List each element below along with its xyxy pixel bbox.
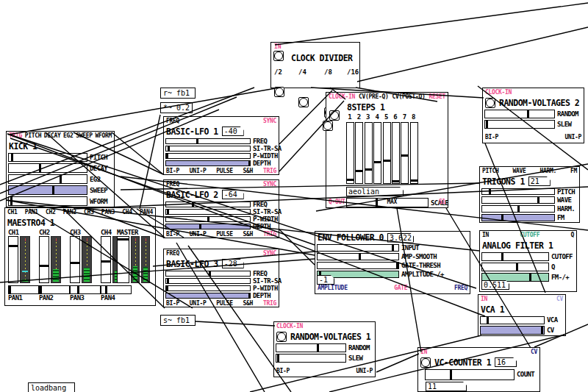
8steps-1-step-slider-7[interactable]	[401, 122, 409, 184]
random-voltages-2-slider-knob[interactable]	[486, 121, 488, 128]
maestro4-1-pan-slider-3[interactable]	[70, 285, 101, 294]
8steps-1-step-knob[interactable]	[374, 161, 381, 163]
random-voltages-2-slider-random[interactable]	[484, 110, 555, 118]
basic-lfo-3-slider-knob[interactable]	[248, 293, 251, 298]
vc-counter-1-count-max-box[interactable]: 16	[495, 357, 517, 367]
vca-1-slider-cv[interactable]	[480, 326, 545, 335]
maestro4-1-fader-knob[interactable]	[118, 238, 129, 240]
analog-filter-1-slider-cutoff[interactable]	[481, 252, 549, 261]
kick-1-slider-knob[interactable]	[39, 164, 41, 172]
basic-lfo-3-slider-si-tr-sa[interactable]	[165, 278, 251, 284]
8steps-1-step-slider-4[interactable]	[373, 122, 381, 184]
basic-lfo-1-slider-knob[interactable]	[166, 154, 168, 158]
env-follower-0-slider-input[interactable]	[317, 244, 399, 252]
env-follower-0-number-box[interactable]: 3.622	[387, 233, 414, 243]
maestro4-1-pan-knob[interactable]	[105, 286, 107, 293]
maestro4-1-pan-slider-1[interactable]	[8, 285, 39, 294]
maestro4-1-fader-knob[interactable]	[71, 262, 79, 264]
trigons-1-slider-wave[interactable]	[481, 196, 555, 204]
8steps-1[interactable]: CLOCK-INCV(PRE-Q)CV(POST-Q)RESET8STEPS 1…	[326, 92, 448, 208]
trigons-1-slider-fm[interactable]	[481, 214, 555, 221]
maestro4-1-fader-ch2[interactable]	[39, 236, 49, 283]
8steps-1-step-knob[interactable]	[401, 154, 408, 157]
analog-filter-1-slider-knob[interactable]	[529, 274, 531, 281]
analog-filter-1-slider-fm-[interactable]	[481, 273, 549, 282]
env-follower-0-slider-amp-smooth[interactable]	[317, 253, 399, 260]
trigons-1-slider-knob[interactable]	[501, 215, 503, 221]
basic-lfo-1-slider-knob[interactable]	[168, 146, 170, 151]
basic-lfo-3-slider-knob[interactable]	[209, 271, 211, 276]
8steps-1-clock-bang-button[interactable]	[329, 110, 340, 121]
analog-filter-1-slider-knob[interactable]	[501, 253, 503, 260]
maestro4-1-pan-knob[interactable]	[77, 286, 79, 293]
random-voltages-2-bang-button[interactable]	[485, 98, 495, 108]
basic-lfo-2-slider-knob[interactable]	[199, 224, 201, 229]
basic-lfo-1-slider-knob[interactable]	[196, 139, 198, 143]
kick-1-slider-knob[interactable]	[11, 154, 13, 162]
basic-lfo-2-slider-depth[interactable]	[165, 224, 251, 229]
obj-loadbang[interactable]: loadbang	[28, 382, 75, 392]
random-voltages-2[interactable]: CLOCK-INRANDOM-VOLTAGES 2RANDOMSLEWBI-PU…	[482, 88, 584, 143]
basic-lfo-1-slider-si-tr-sa[interactable]	[165, 146, 251, 152]
vc-counter-1-count-slider[interactable]	[425, 369, 514, 380]
basic-lfo-3-slider-knob[interactable]	[166, 286, 168, 291]
trigons-1-slider-knob[interactable]	[537, 197, 539, 203]
env-follower-0-slider-knob[interactable]	[392, 245, 394, 251]
obj-multiply-0.2[interactable]: *~ 0.2	[160, 102, 193, 113]
maestro4-1-fader-knob[interactable]	[40, 265, 49, 267]
maestro4-1-fader-knob[interactable]	[101, 260, 110, 263]
maestro4-1[interactable]: CH1PAN1CH2PAN2CH3PAN3CH4PAN4MAESTRO4 1CH…	[4, 207, 156, 306]
maestro4-1-fader-ch4[interactable]	[101, 236, 111, 283]
basic-lfo-2[interactable]: FREQSYNCBASIC-LFO 2-64FREQSI-TR-SAP-WIDT…	[163, 179, 279, 238]
8steps-1-step-knob[interactable]	[392, 180, 399, 182]
random-voltages-1-slider-knob[interactable]	[317, 344, 319, 352]
8steps-1-step-slider-1[interactable]	[346, 122, 354, 184]
maestro4-1-fader-ch1[interactable]	[8, 236, 18, 283]
8steps-1-step-knob[interactable]	[411, 179, 417, 182]
clock-divider[interactable]: INCLOCK DIVIDER/2/4/8/16	[270, 42, 360, 88]
8steps-1-step-slider-5[interactable]	[383, 122, 391, 184]
random-voltages-2-slider-slew[interactable]	[484, 120, 555, 129]
basic-lfo-3-slider-p-width[interactable]	[165, 285, 251, 291]
8steps-1-reset-bang-button[interactable]	[323, 121, 333, 131]
vca-1-slider-vca[interactable]	[480, 316, 545, 325]
vc-counter-1-count-value-box[interactable]: 11	[426, 382, 467, 391]
vca-1-slider-knob[interactable]	[541, 327, 543, 334]
maestro4-1-pan-knob[interactable]	[9, 286, 11, 293]
kick-1-slider-wform[interactable]	[8, 196, 87, 206]
maestro4-1-fader-master[interactable]	[117, 236, 129, 283]
basic-lfo-2-number-box[interactable]: -64	[222, 190, 244, 199]
analog-filter-1-value-box[interactable]: 0.511	[481, 280, 509, 290]
basic-lfo-2-slider-knob[interactable]	[167, 210, 169, 214]
maestro4-1-pan-slider-4[interactable]	[101, 285, 132, 294]
basic-lfo-2-slider-freq[interactable]	[165, 202, 251, 207]
vca-1-slider-knob[interactable]	[487, 317, 489, 324]
trigons-1-slider-knob[interactable]	[489, 189, 491, 195]
basic-lfo-1[interactable]: FREQSYNCBASIC-LFO 1-40FREQSI-TR-SAP-WIDT…	[163, 116, 279, 175]
analog-filter-1-slider-q[interactable]	[481, 263, 549, 271]
clock-divider-division-bang-4[interactable]	[298, 97, 309, 107]
8steps-1-step-slider-3[interactable]	[365, 122, 373, 184]
basic-lfo-3-slider-knob[interactable]	[167, 279, 169, 283]
maestro4-1-pan-slider-2[interactable]	[39, 285, 70, 294]
trigons-1-number-box[interactable]: 21	[528, 177, 551, 186]
basic-lfo-1-slider-knob[interactable]	[248, 161, 251, 165]
8steps-1-step-knob[interactable]	[347, 179, 354, 181]
8steps-1-step-slider-8[interactable]	[410, 122, 418, 184]
basic-lfo-3-slider-depth[interactable]	[165, 293, 251, 299]
basic-lfo-1-slider-depth[interactable]	[165, 160, 251, 166]
obj-receive-fb1[interactable]: r~ fb1	[160, 88, 196, 99]
vca-1[interactable]: INCVVCA 1VCACV	[478, 294, 566, 336]
basic-lfo-2-slider-si-tr-sa[interactable]	[165, 209, 251, 215]
basic-lfo-2-slider-knob[interactable]	[207, 217, 209, 221]
basic-lfo-2-slider-p-width[interactable]	[165, 216, 251, 222]
maestro4-1-fader-ch3[interactable]	[70, 236, 80, 283]
random-voltages-1[interactable]: CLOCK-INRANDOM-VOLTAGES 1RANDOMSLEWBI-PU…	[273, 321, 376, 377]
clock-divider-division-bang-2[interactable]	[274, 87, 284, 97]
trigons-1-slider-harm-[interactable]	[481, 205, 555, 213]
kick-1[interactable]: TRIGPITCHDECAYEG2SWEEPWFORMKICK 1PITCHDE…	[6, 131, 115, 207]
env-follower-0[interactable]: ENV FOLLOWER 03.622INPUTAMP-SMOOTHGATE-T…	[315, 231, 470, 294]
random-voltages-1-bang-button[interactable]	[276, 332, 287, 342]
analog-filter-1-slider-knob[interactable]	[516, 263, 518, 271]
kick-1-slider-eg2[interactable]	[8, 174, 87, 184]
